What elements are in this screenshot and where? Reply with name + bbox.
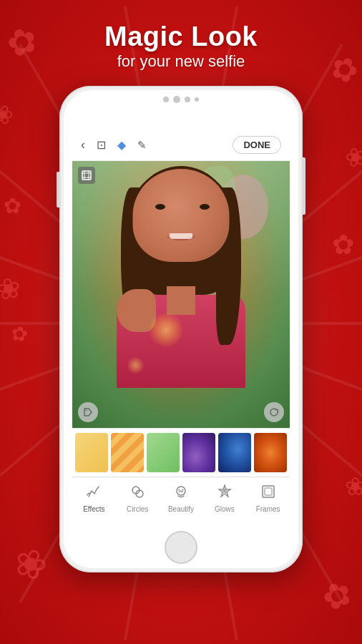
flower-decor-10: ❀	[345, 472, 362, 501]
back-button[interactable]: ‹	[81, 137, 85, 152]
filter-thumb-2[interactable]	[111, 433, 144, 472]
teeth	[170, 233, 192, 239]
svg-rect-14	[265, 488, 272, 495]
filter-thumb-6[interactable]	[254, 433, 287, 472]
circles-tab-label: Circles	[127, 505, 149, 513]
phone-device: ‹ ⊡ ◆ ✎ DONE	[59, 86, 303, 572]
neck	[167, 286, 195, 315]
done-button[interactable]: DONE	[233, 136, 281, 154]
hero-title: Magic Look	[0, 21, 362, 52]
glows-tab-icon	[217, 484, 233, 504]
frames-tab-icon	[260, 484, 276, 504]
face-skin	[133, 169, 230, 262]
filter-thumb-5[interactable]	[218, 433, 251, 472]
hero-text: Magic Look for your new selfie	[0, 21, 362, 71]
svg-rect-0	[82, 171, 91, 180]
svg-rect-13	[263, 486, 274, 497]
left-eye	[155, 204, 165, 210]
photo-canvas[interactable]	[72, 161, 290, 428]
filter-thumb-3[interactable]	[147, 433, 180, 472]
flower-decor-3: ✿	[4, 193, 21, 218]
app-toolbar: ‹ ⊡ ◆ ✎ DONE	[72, 130, 290, 161]
tab-beautify[interactable]: Beautify	[160, 484, 203, 513]
crop-tool-button[interactable]: ⊡	[97, 138, 106, 152]
edit-tool-button[interactable]: ✎	[137, 139, 147, 152]
sensor-dot-2	[185, 97, 190, 102]
camera-dot	[173, 96, 180, 103]
flare-small	[127, 356, 145, 374]
svg-point-5	[86, 410, 87, 411]
hero-subtitle: for your new selfie	[0, 52, 362, 71]
home-button[interactable]	[165, 531, 197, 564]
tab-effects[interactable]: Effects	[72, 484, 116, 513]
beautify-tab-label: Beautify	[168, 505, 194, 513]
svg-point-9	[178, 489, 180, 491]
filter-thumb-1[interactable]	[75, 433, 108, 472]
circles-tab-icon	[129, 484, 145, 504]
crop-corner-handle[interactable]	[78, 167, 95, 184]
tab-bar: Effects Circles	[72, 477, 290, 519]
refresh-button[interactable]	[264, 402, 284, 422]
volume-button	[57, 172, 59, 208]
indicator-dot	[195, 97, 199, 102]
right-eye	[200, 204, 210, 210]
sensor-dot-1	[163, 97, 169, 102]
svg-point-10	[182, 489, 183, 491]
beautify-tab-icon	[173, 484, 189, 504]
power-button	[303, 157, 305, 215]
tab-glows[interactable]: Glows	[202, 484, 246, 513]
glows-tab-label: Glows	[215, 505, 235, 513]
tab-frames[interactable]: Frames	[246, 484, 290, 513]
tag-button[interactable]	[78, 402, 98, 422]
frames-tab-label: Frames	[256, 505, 280, 513]
effects-tab-label: Effects	[83, 505, 104, 513]
filter-thumb-4[interactable]	[182, 433, 215, 472]
tab-circles[interactable]: Circles	[116, 484, 160, 513]
phone-top-sensors	[163, 96, 199, 103]
effects-tool-button[interactable]: ◆	[117, 138, 126, 152]
flower-decor-7: ✿	[332, 229, 355, 260]
filter-strip	[72, 428, 290, 477]
phone-screen-area: ‹ ⊡ ◆ ✎ DONE	[64, 90, 298, 568]
subject-photo	[109, 161, 253, 428]
effects-tab-icon	[86, 484, 102, 504]
app-screen: ‹ ⊡ ◆ ✎ DONE	[72, 130, 290, 519]
